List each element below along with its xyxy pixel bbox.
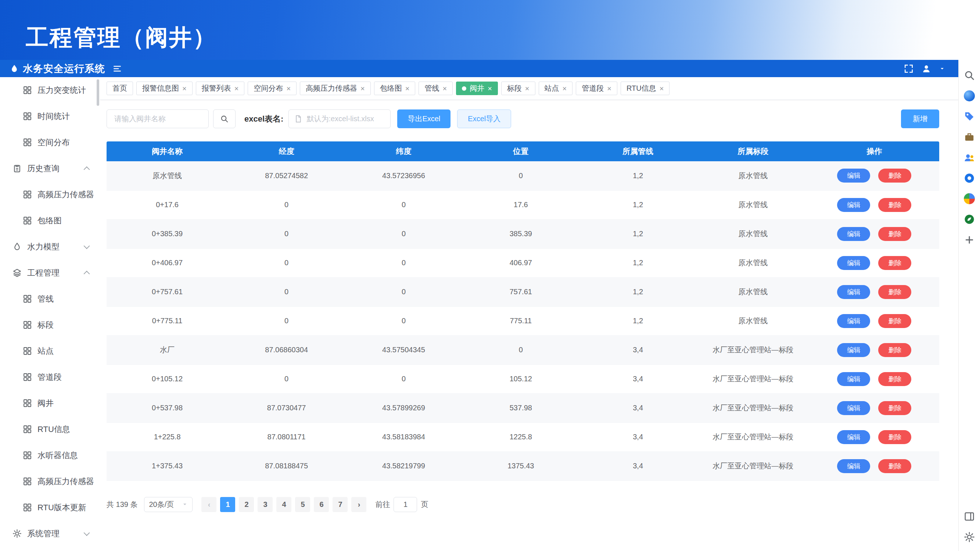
tab-11[interactable]: 管道段×	[576, 81, 617, 95]
tab-12[interactable]: RTU信息×	[620, 81, 670, 95]
sidebar-item-9[interactable]: 管线	[0, 286, 100, 312]
edit-button[interactable]: 编辑	[837, 227, 870, 241]
delete-button[interactable]: 删除	[878, 168, 911, 183]
collections-icon[interactable]	[964, 111, 975, 122]
page-size-select[interactable]: 20条/页	[144, 497, 192, 512]
delete-button[interactable]: 删除	[878, 314, 911, 328]
sidebar-item-2[interactable]: 时间统计	[0, 103, 100, 129]
tab-8[interactable]: 阀井×	[456, 81, 498, 95]
page-button-7[interactable]: 7	[332, 497, 348, 512]
delete-button[interactable]: 删除	[878, 227, 911, 241]
page-button-3[interactable]: 3	[258, 497, 273, 512]
close-icon[interactable]: ×	[182, 85, 187, 92]
tab-3[interactable]: 报警列表×	[196, 81, 245, 95]
page-button-6[interactable]: 6	[314, 497, 329, 512]
search-button[interactable]	[213, 110, 235, 128]
tab-5[interactable]: 高频压力传感器×	[300, 81, 371, 95]
page-button-2[interactable]: 2	[239, 497, 254, 512]
edit-button[interactable]: 编辑	[837, 314, 870, 328]
edit-button[interactable]: 编辑	[837, 430, 870, 444]
sidebar-item-12[interactable]: 管道段	[0, 364, 100, 390]
tab-10[interactable]: 站点×	[539, 81, 573, 95]
close-icon[interactable]: ×	[563, 85, 567, 92]
sidebar-item-18[interactable]: 系统管理	[0, 521, 100, 546]
table-row: 原水管线87.0527458243.5723695601,2原水管线编辑删除	[107, 161, 939, 190]
copilot-icon[interactable]	[964, 91, 975, 102]
sidebar-item-13[interactable]: 阀井	[0, 390, 100, 416]
tab-6[interactable]: 包络图×	[374, 81, 415, 95]
add-button[interactable]: 新增	[901, 110, 939, 128]
hamburger-icon[interactable]	[113, 64, 122, 73]
sidebar-item-16[interactable]: 高频压力传感器	[0, 468, 100, 494]
sidebar-item-7[interactable]: 水力模型	[0, 233, 100, 260]
close-icon[interactable]: ×	[488, 85, 492, 92]
sidebar-item-17[interactable]: RTU版本更新	[0, 494, 100, 521]
close-icon[interactable]: ×	[405, 85, 410, 92]
goto-page-input[interactable]	[393, 497, 417, 512]
eco-icon[interactable]	[964, 214, 975, 225]
close-icon[interactable]: ×	[286, 85, 291, 92]
sidebar-item-6[interactable]: 包络图	[0, 208, 100, 233]
close-icon[interactable]: ×	[442, 85, 447, 92]
close-icon[interactable]: ×	[525, 85, 530, 92]
edit-button[interactable]: 编辑	[837, 459, 870, 473]
panel-icon[interactable]	[964, 511, 975, 522]
tools-icon[interactable]	[964, 132, 975, 143]
delete-button[interactable]: 删除	[878, 256, 911, 270]
next-page-button[interactable]: ›	[351, 497, 366, 512]
import-excel-button[interactable]: Excel导入	[457, 110, 511, 128]
excel-name-input[interactable]	[288, 110, 391, 128]
close-icon[interactable]: ×	[234, 85, 239, 92]
export-excel-button[interactable]: 导出Excel	[397, 110, 450, 128]
edit-button[interactable]: 编辑	[837, 256, 870, 270]
add-icon[interactable]	[964, 234, 975, 245]
gear-icon[interactable]	[964, 532, 975, 543]
sidebar-item-15[interactable]: 水听器信息	[0, 442, 100, 468]
tab-2[interactable]: 报警信息图×	[136, 81, 192, 95]
close-icon[interactable]: ×	[660, 85, 664, 92]
cell: 水厂至亚心管理站—标段	[697, 422, 810, 451]
profile-icon[interactable]	[964, 193, 975, 204]
delete-button[interactable]: 删除	[878, 430, 911, 444]
edit-button[interactable]: 编辑	[837, 168, 870, 183]
delete-button[interactable]: 删除	[878, 285, 911, 299]
page-button-1[interactable]: 1	[220, 497, 235, 512]
sidebar-item-3[interactable]: 空间分布	[0, 129, 100, 156]
search-input[interactable]	[107, 110, 209, 128]
page-button-5[interactable]: 5	[295, 497, 310, 512]
sidebar-item-1[interactable]: 压力突变统计	[0, 77, 100, 103]
sidebar-item-5[interactable]: 高频压力传感器	[0, 181, 100, 208]
user-icon[interactable]	[921, 64, 931, 73]
edit-button[interactable]: 编辑	[837, 401, 870, 415]
edit-button[interactable]: 编辑	[837, 372, 870, 386]
delete-button[interactable]: 删除	[878, 372, 911, 386]
caret-down-icon[interactable]	[939, 66, 945, 71]
tab-7[interactable]: 管线×	[418, 81, 453, 95]
fullscreen-icon[interactable]	[904, 64, 913, 73]
contacts-icon[interactable]	[964, 152, 975, 163]
chevron-up-icon	[84, 166, 90, 172]
edit-button[interactable]: 编辑	[837, 285, 870, 299]
edit-button[interactable]: 编辑	[837, 198, 870, 212]
sidebar-item-14[interactable]: RTU信息	[0, 416, 100, 442]
delete-button[interactable]: 删除	[878, 198, 911, 212]
prev-page-button[interactable]: ‹	[201, 497, 216, 512]
page-button-4[interactable]: 4	[276, 497, 291, 512]
tab-9[interactable]: 标段×	[501, 81, 535, 95]
sidebar-item-11[interactable]: 站点	[0, 338, 100, 364]
search-icon[interactable]	[964, 70, 975, 81]
sidebar-item-8[interactable]: 工程管理	[0, 260, 100, 286]
settings-icon[interactable]	[964, 173, 975, 184]
tab-1[interactable]: 首页	[107, 81, 133, 95]
sidebar-scrollbar[interactable]	[97, 79, 99, 106]
tab-4[interactable]: 空间分布×	[248, 81, 296, 95]
close-icon[interactable]: ×	[607, 85, 611, 92]
edit-button[interactable]: 编辑	[837, 343, 870, 357]
grid-icon	[23, 399, 32, 408]
delete-button[interactable]: 删除	[878, 343, 911, 357]
sidebar-item-4[interactable]: 历史查询	[0, 156, 100, 181]
sidebar-item-10[interactable]: 标段	[0, 312, 100, 338]
close-icon[interactable]: ×	[361, 85, 365, 92]
delete-button[interactable]: 删除	[878, 401, 911, 415]
delete-button[interactable]: 删除	[878, 459, 911, 473]
